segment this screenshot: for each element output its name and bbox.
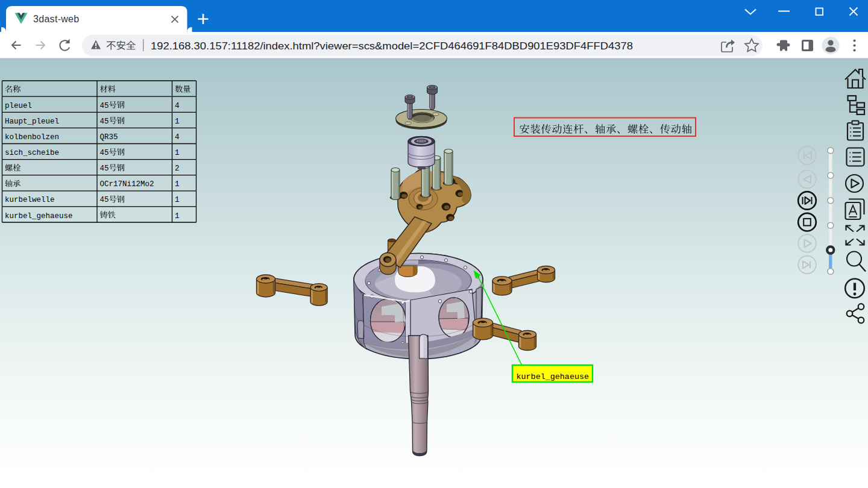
svg-text:kolbenbolzen: kolbenbolzen bbox=[5, 133, 59, 142]
svg-text:1: 1 bbox=[175, 117, 180, 126]
svg-text:3dast-web: 3dast-web bbox=[33, 14, 80, 24]
svg-text:Haupt_pleuel: Haupt_pleuel bbox=[5, 117, 59, 126]
svg-text:QR35: QR35 bbox=[100, 133, 118, 142]
svg-text:1: 1 bbox=[175, 149, 180, 157]
svg-text:192.168.30.157:11182/index.htm: 192.168.30.157:11182/index.html?viewer=s… bbox=[151, 40, 633, 52]
svg-text:sich_scheibe: sich_scheibe bbox=[5, 149, 59, 157]
svg-text:45: 45 bbox=[100, 196, 109, 204]
svg-text:pleuel: pleuel bbox=[5, 102, 32, 110]
svg-text:OCr17Ni12Mo2: OCr17Ni12Mo2 bbox=[100, 180, 154, 189]
svg-text:45: 45 bbox=[100, 102, 109, 110]
svg-text:45: 45 bbox=[100, 164, 109, 173]
svg-text:45: 45 bbox=[100, 117, 109, 126]
svg-text:kurbelwelle: kurbelwelle bbox=[5, 196, 55, 204]
svg-text:1: 1 bbox=[175, 212, 180, 221]
svg-text:45: 45 bbox=[100, 149, 109, 157]
svg-text:1: 1 bbox=[175, 180, 180, 189]
svg-text:4: 4 bbox=[175, 133, 180, 142]
svg-text:kurbel_gehaeuse: kurbel_gehaeuse bbox=[517, 372, 590, 381]
svg-text:4: 4 bbox=[175, 102, 180, 110]
svg-text:2: 2 bbox=[175, 164, 180, 173]
svg-text:kurbel_gehaeuse: kurbel_gehaeuse bbox=[5, 212, 73, 221]
svg-text:1: 1 bbox=[175, 196, 180, 204]
